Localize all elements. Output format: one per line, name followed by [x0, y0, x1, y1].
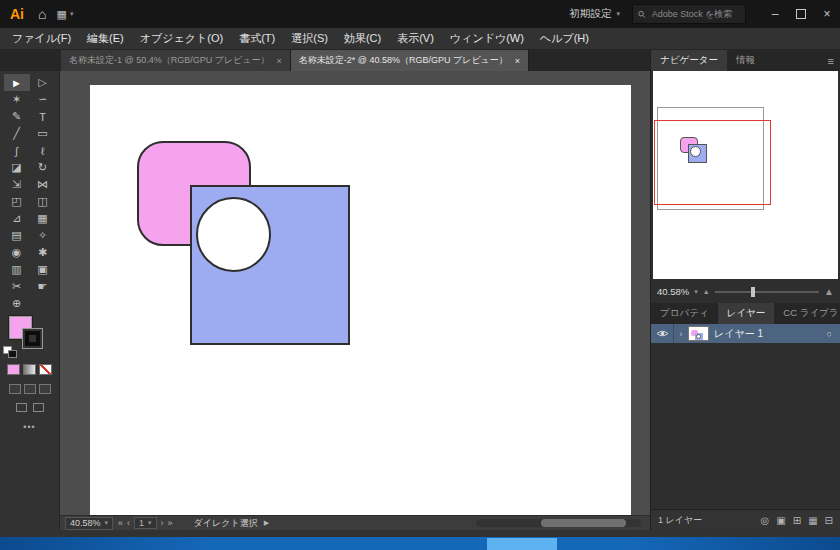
default-stroke-swatch[interactable]: [8, 350, 17, 358]
tab-情報[interactable]: 情報: [727, 50, 764, 71]
last-artboard-button[interactable]: »: [168, 518, 173, 528]
horizontal-scrollbar[interactable]: [476, 519, 641, 527]
magic-wand-tool[interactable]: ✶: [4, 91, 30, 108]
draw-inside-icon[interactable]: [39, 384, 51, 394]
zoom-out-icon[interactable]: ▲: [703, 288, 710, 295]
perspective-grid-tool[interactable]: ⊿: [4, 210, 30, 227]
windows-taskbar[interactable]: [0, 537, 840, 550]
tab-ナビゲーター[interactable]: ナビゲーター: [651, 50, 727, 71]
target-icon[interactable]: ○: [827, 329, 832, 339]
direct-selection-tool[interactable]: ▷: [30, 74, 56, 91]
stroke-color-swatch[interactable]: [22, 328, 43, 349]
paintbrush-tool[interactable]: ∫: [4, 142, 30, 159]
minimize-button[interactable]: –: [762, 0, 788, 28]
delete-layer-icon[interactable]: ⊟: [825, 515, 833, 526]
clipping-mask-icon[interactable]: ▣: [776, 515, 785, 526]
navigator-zoom-value[interactable]: 40.58%: [657, 286, 689, 297]
lasso-tool[interactable]: ∽: [30, 91, 56, 108]
shape-builder-tool[interactable]: ◫: [30, 193, 56, 210]
rotate-tool[interactable]: ↻: [30, 159, 56, 176]
doc-tab[interactable]: 名称未設定-2* @ 40.58%（RGB/GPU プレビュー）×: [291, 50, 529, 71]
status-tool-indicator[interactable]: ダイレクト選択 ▶: [194, 517, 269, 530]
search-input[interactable]: [650, 8, 740, 20]
new-layer-icon[interactable]: ▦: [808, 515, 817, 526]
artboard-number-dropdown[interactable]: 1 ▾: [134, 517, 157, 529]
edit-toolbar-ellipsis[interactable]: •••: [0, 422, 59, 432]
navigator-view-proxy[interactable]: [654, 120, 771, 205]
arrange-documents-icon[interactable]: ▦ ▾: [56, 8, 73, 21]
menu-item-5[interactable]: 効果(C): [336, 31, 389, 46]
taskbar-item[interactable]: [487, 538, 557, 550]
zoom-in-icon[interactable]: ▲: [824, 286, 834, 297]
line-segment-tool[interactable]: ╱: [4, 125, 30, 142]
panel-menu-icon[interactable]: ≡: [828, 50, 840, 71]
width-tool[interactable]: ⋈: [30, 176, 56, 193]
artboard-navigation: « ‹ 1 ▾ › »: [118, 517, 173, 529]
zoom-level-dropdown[interactable]: 40.58% ▾: [65, 517, 113, 530]
pen-tool[interactable]: ✎: [4, 108, 30, 125]
menu-item-2[interactable]: オブジェクト(O): [132, 31, 231, 46]
none-button[interactable]: [39, 364, 52, 375]
menu-item-1[interactable]: 編集(E): [79, 31, 132, 46]
draw-normal-icon[interactable]: [9, 384, 21, 394]
pencil-tool[interactable]: ℓ: [30, 142, 56, 159]
expand-layer-icon[interactable]: ›: [674, 329, 688, 339]
symbol-sprayer-tool[interactable]: ✱: [30, 244, 56, 261]
tab-CC ライブラリ[interactable]: CC ライブラリ: [774, 303, 840, 324]
chevron-down-icon: ▾: [616, 10, 620, 18]
menu-item-8[interactable]: ヘルプ(H): [532, 31, 597, 46]
layer-count-label: 1 レイヤー: [658, 514, 702, 527]
slice-tool[interactable]: ✂: [4, 278, 30, 295]
scrollbar-thumb[interactable]: [541, 519, 626, 527]
stock-search-box[interactable]: [632, 4, 746, 24]
navigator-preview[interactable]: [653, 71, 838, 279]
doc-tab[interactable]: 名称未設定-1 @ 50.4%（RGB/GPU プレビュー）×: [61, 50, 291, 71]
column-graph-tool[interactable]: ▥: [4, 261, 30, 278]
menu-item-3[interactable]: 書式(T): [231, 31, 283, 46]
layer-name[interactable]: レイヤー 1: [714, 327, 827, 341]
screen-mode-icon[interactable]: [16, 403, 27, 412]
illustrator-window: Ai ⌂ ▦ ▾ 初期設定 ▾ – × ファイル(F)編集(: [0, 0, 840, 537]
type-tool[interactable]: T: [30, 108, 56, 125]
hand-tool[interactable]: ☛: [30, 278, 56, 295]
gradient-button[interactable]: [23, 364, 36, 375]
artboard-tool[interactable]: ▣: [30, 261, 56, 278]
gradient-tool[interactable]: ▤: [4, 227, 30, 244]
next-artboard-button[interactable]: ›: [161, 518, 164, 528]
layer-row[interactable]: › レイヤー 1 ○: [651, 324, 840, 343]
menu-item-7[interactable]: ウィンドウ(W): [442, 31, 532, 46]
zoom-tool[interactable]: ⊕: [4, 295, 30, 312]
workspace-switcher[interactable]: 初期設定 ▾: [569, 7, 620, 21]
new-sublayer-icon[interactable]: ⊞: [793, 515, 801, 526]
draw-behind-icon[interactable]: [24, 384, 36, 394]
locate-object-icon[interactable]: ◎: [761, 515, 770, 526]
menu-item-4[interactable]: 選択(S): [283, 31, 336, 46]
color-button[interactable]: [7, 364, 20, 375]
previous-artboard-button[interactable]: ‹: [127, 518, 130, 528]
zoom-level-value: 40.58%: [70, 518, 101, 528]
tab-プロパティ[interactable]: プロパティ: [651, 303, 718, 324]
first-artboard-button[interactable]: «: [118, 518, 123, 528]
navigator-zoom-slider[interactable]: [715, 291, 819, 293]
slider-thumb[interactable]: [751, 287, 755, 297]
rectangle-tool[interactable]: ▭: [30, 125, 56, 142]
free-transform-tool[interactable]: ◰: [4, 193, 30, 210]
eyedropper-tool[interactable]: ✧: [30, 227, 56, 244]
home-icon[interactable]: ⌂: [38, 6, 46, 22]
tab-close-icon[interactable]: ×: [277, 56, 282, 66]
visibility-cell[interactable]: [651, 324, 674, 343]
menu-item-0[interactable]: ファイル(F): [4, 31, 79, 46]
screen-mode-alt-icon[interactable]: [33, 403, 44, 412]
tab-close-icon[interactable]: ×: [515, 56, 520, 66]
white-circle-shape[interactable]: [196, 197, 271, 272]
close-button[interactable]: ×: [814, 0, 840, 28]
menu-item-6[interactable]: 表示(V): [389, 31, 442, 46]
screen-mode-row: [0, 403, 59, 412]
eraser-tool[interactable]: ◪: [4, 159, 30, 176]
tab-レイヤー[interactable]: レイヤー: [718, 303, 775, 324]
mesh-tool[interactable]: ▦: [30, 210, 56, 227]
selection-tool[interactable]: ►: [4, 74, 30, 91]
scale-tool[interactable]: ⇲: [4, 176, 30, 193]
blend-tool[interactable]: ◉: [4, 244, 30, 261]
maximize-button[interactable]: [788, 0, 814, 28]
